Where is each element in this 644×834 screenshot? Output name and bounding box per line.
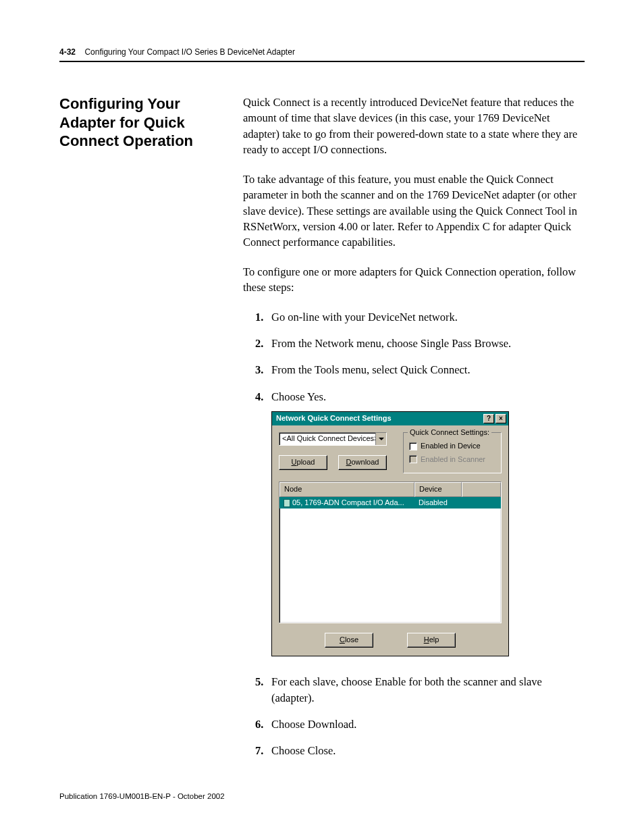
- list-header: Node Device: [279, 482, 501, 497]
- step-4-text: Choose Yes.: [271, 390, 326, 403]
- step-5: For each slave, choose Enable for both t…: [255, 674, 585, 706]
- enabled-in-device-row[interactable]: Enabled in Device: [409, 441, 495, 452]
- device-list[interactable]: Node Device 05, 1769-ADN Compact I/O Ada…: [279, 481, 502, 623]
- device-filter-combo[interactable]: <All Quick Connect Devices>: [279, 432, 387, 446]
- enabled-in-scanner-row: Enabled in Scanner: [409, 454, 495, 465]
- step-4: Choose Yes. Network Quick Connect Settin…: [255, 389, 585, 656]
- download-button[interactable]: Download: [338, 455, 387, 470]
- paragraph-3: To configure one or more adapters for Qu…: [243, 264, 585, 296]
- step-3: From the Tools menu, select Quick Connec…: [255, 362, 585, 377]
- row-node: 05, 1769-ADN Compact I/O Ada...: [292, 498, 404, 509]
- checkbox-icon[interactable]: [409, 442, 417, 450]
- close-icon[interactable]: ×: [495, 414, 506, 423]
- checkbox-icon: [409, 455, 417, 463]
- list-row[interactable]: 05, 1769-ADN Compact I/O Ada... Disabled: [279, 497, 501, 509]
- col-device[interactable]: Device: [414, 482, 462, 497]
- step-1: Go on-line with your DeviceNet network.: [255, 309, 585, 325]
- help-button[interactable]: Help: [407, 633, 456, 648]
- publication-footer: Publication 1769-UM001B-EN-P - October 2…: [59, 792, 225, 800]
- step-6: Choose Download.: [255, 716, 585, 732]
- fieldset-legend: Quick Connect Settings:: [408, 427, 491, 438]
- col-node[interactable]: Node: [279, 482, 414, 497]
- device-icon: [284, 499, 290, 507]
- section-heading: Configuring Your Adapter for Quick Conne…: [59, 95, 216, 151]
- dialog-title: Network Quick Connect Settings: [276, 413, 482, 424]
- col-spacer: [462, 482, 501, 497]
- row-device: Disabled: [414, 497, 462, 509]
- steps-list: Go on-line with your DeviceNet network. …: [255, 309, 585, 759]
- quick-connect-dialog: Network Quick Connect Settings ? × <All …: [271, 411, 509, 656]
- step-2: From the Network menu, choose Single Pas…: [255, 336, 585, 351]
- quick-connect-settings-group: Quick Connect Settings: Enabled in Devic…: [403, 432, 502, 473]
- page-ref: 4-32: [59, 47, 76, 57]
- chevron-down-icon[interactable]: [375, 433, 386, 445]
- enabled-in-scanner-label: Enabled in Scanner: [421, 454, 485, 465]
- help-icon[interactable]: ?: [483, 414, 494, 423]
- paragraph-1: Quick Connect is a recently introduced D…: [243, 95, 585, 158]
- upload-button[interactable]: Upload: [279, 455, 327, 470]
- header-title: Configuring Your Compact I/O Series B De…: [84, 47, 295, 57]
- step-7: Choose Close.: [255, 743, 585, 758]
- close-button[interactable]: Close: [325, 633, 373, 648]
- running-header: 4-32 Configuring Your Compact I/O Series…: [59, 47, 585, 62]
- combo-value: <All Quick Connect Devices>: [279, 434, 375, 444]
- dialog-titlebar[interactable]: Network Quick Connect Settings ? ×: [272, 412, 508, 425]
- paragraph-2: To take advantage of this feature, you m…: [243, 172, 585, 251]
- enabled-in-device-label: Enabled in Device: [421, 441, 481, 452]
